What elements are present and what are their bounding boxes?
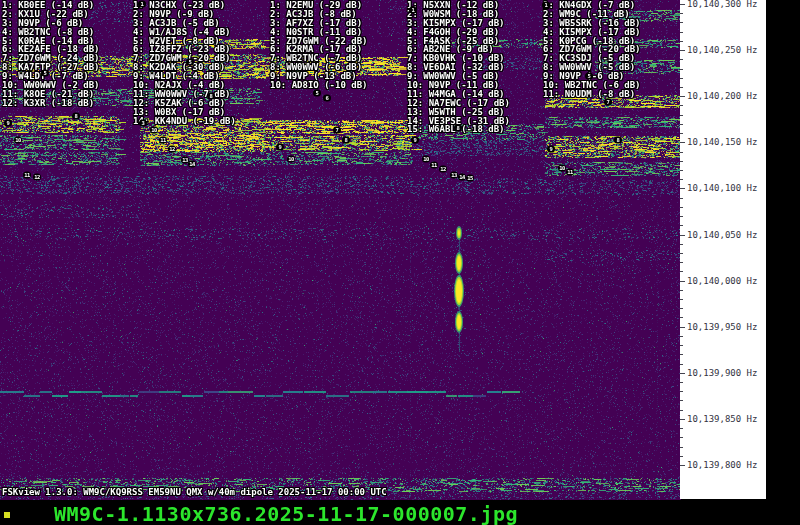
minor-tick — [680, 216, 683, 217]
signal-marker: 8 — [614, 137, 622, 144]
fskview-window: 1: KB0EE (-14 dB)2: KX1U (-22 dB)3: N9VP… — [0, 0, 800, 525]
frequency-tick-label: 10,140,100 Hz — [687, 183, 757, 193]
minor-tick — [680, 225, 683, 226]
major-tick — [680, 465, 685, 466]
minor-tick — [680, 271, 683, 272]
major-tick — [680, 419, 685, 420]
minor-tick — [680, 456, 683, 457]
signal-marker: 5 — [41, 70, 49, 77]
signal-marker: 9 — [547, 146, 555, 153]
minor-tick — [680, 364, 683, 365]
signal-marker: 6 — [323, 95, 331, 102]
minor-tick — [680, 13, 683, 14]
signal-marker: 11 — [23, 172, 31, 179]
minor-tick — [680, 152, 683, 153]
minor-tick — [680, 317, 683, 318]
minor-tick — [680, 133, 683, 134]
frequency-tick-label: 10,140,050 Hz — [687, 230, 757, 240]
minor-tick — [680, 115, 683, 116]
signal-marker: 10 — [14, 137, 22, 144]
major-tick — [680, 281, 685, 282]
status-bar: FSKview 1.3.0: WM9C/KQ9RSS EM59NU QMX w/… — [2, 487, 387, 497]
frequency-tick-label: 10,140,250 Hz — [687, 45, 757, 55]
signal-marker: 8 — [72, 113, 80, 120]
major-tick — [680, 373, 685, 374]
minor-tick — [680, 124, 683, 125]
callsign-entry: 10: AD8IO (-10 dB) — [270, 81, 368, 90]
major-tick — [680, 96, 685, 97]
minor-tick — [680, 170, 683, 171]
minor-tick — [680, 207, 683, 208]
signal-marker: 1 — [409, 7, 417, 14]
callsign-list-1: 1: KB0EE (-14 dB)2: KX1U (-22 dB)3: N9VP… — [2, 1, 100, 108]
callsign-entry: 12: K3XR (-18 dB) — [2, 99, 100, 108]
minor-tick — [680, 447, 683, 448]
signal-marker: 8 — [454, 125, 462, 132]
callsign-entry: 14: KK4NDU (-19 dB) — [133, 117, 236, 126]
signal-marker: 5 — [585, 73, 593, 80]
minor-tick — [680, 400, 683, 401]
frequency-tick-label: 10,139,950 Hz — [687, 322, 757, 332]
minor-tick — [680, 198, 683, 199]
major-tick — [680, 235, 685, 236]
minor-tick — [680, 41, 683, 42]
signal-marker: 12 — [33, 174, 41, 181]
minor-tick — [680, 32, 683, 33]
signal-marker: 13 — [450, 172, 458, 179]
frequency-tick-label: 10,139,900 Hz — [687, 368, 757, 378]
signal-marker: 5 — [313, 90, 321, 97]
minor-tick — [680, 410, 683, 411]
major-tick — [680, 50, 685, 51]
minor-tick — [680, 354, 683, 355]
minor-tick — [680, 78, 683, 79]
right-black-strip — [766, 0, 800, 525]
frequency-tick-label: 10,139,850 Hz — [687, 414, 757, 424]
frequency-tick-label: 10,140,000 Hz — [687, 276, 757, 286]
frequency-tick-label: 10,140,300 Hz — [687, 0, 757, 9]
signal-marker: 8 — [342, 137, 350, 144]
minor-tick — [680, 22, 683, 23]
major-tick — [680, 188, 685, 189]
minor-tick — [680, 428, 683, 429]
signal-marker: 12 — [439, 166, 447, 173]
filename-text: WM9C-1.1130x736.2025-11-17-000007.jpg — [54, 502, 518, 525]
signal-marker: 7 — [333, 127, 341, 134]
frequency-tick-label: 10,140,150 Hz — [687, 137, 757, 147]
minor-tick — [680, 253, 683, 254]
signal-marker: 9 — [411, 137, 419, 144]
minor-tick — [680, 308, 683, 309]
minor-tick — [680, 382, 683, 383]
filename-bar: WM9C-1.1130x736.2025-11-17-000007.jpg — [0, 500, 800, 525]
signal-marker: 9 — [4, 120, 12, 127]
callsign-entry: 11: N0UDM (-8 dB) — [543, 90, 641, 99]
minor-tick — [680, 299, 683, 300]
signal-marker: 10 — [558, 165, 566, 172]
major-tick — [680, 142, 685, 143]
indicator-square — [4, 512, 10, 518]
signal-marker: 11 — [159, 137, 167, 144]
minor-tick — [680, 437, 683, 438]
signal-marker: 11 — [430, 162, 438, 169]
minor-tick — [680, 87, 683, 88]
minor-tick — [680, 336, 683, 337]
signal-marker: 1 — [138, 1, 146, 8]
minor-tick — [680, 161, 683, 162]
callsign-list-4: 1: N5XXN (-12 dB)2: W0WSM (-18 dB)3: KI5… — [407, 1, 510, 134]
minor-tick — [680, 105, 683, 106]
frequency-tick-label: 10,140,200 Hz — [687, 91, 757, 101]
signal-marker: 14 — [188, 161, 196, 168]
signal-marker: 10 — [287, 156, 295, 163]
minor-tick — [680, 244, 683, 245]
signal-marker: 10 — [422, 156, 430, 163]
minor-tick — [680, 69, 683, 70]
minor-tick — [680, 391, 683, 392]
minor-tick — [680, 59, 683, 60]
signal-marker: 8 — [207, 93, 215, 100]
frequency-tick-label: 10,139,800 Hz — [687, 460, 757, 470]
signal-marker: 7 — [604, 99, 612, 106]
callsign-list-2: 1: N3CHX (-23 dB)2: N9VP (-9 dB)3: AC3JB… — [133, 1, 236, 125]
major-tick — [680, 4, 685, 5]
minor-tick — [680, 262, 683, 263]
minor-tick — [680, 179, 683, 180]
signal-marker: 12 — [168, 146, 176, 153]
